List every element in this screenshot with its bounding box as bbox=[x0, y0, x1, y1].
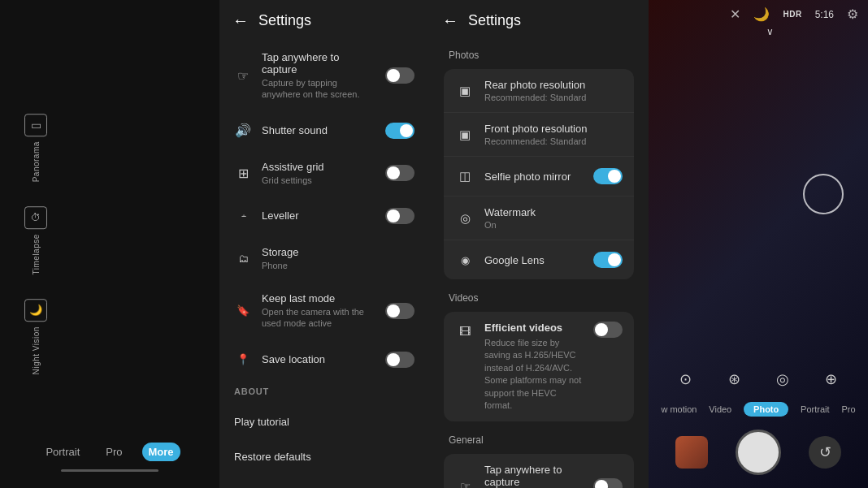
photo-mode[interactable]: Photo bbox=[744, 402, 788, 417]
play-tutorial-item[interactable]: Play tutorial bbox=[226, 404, 423, 439]
night-vision-mode[interactable]: 🌙 Night Vision bbox=[24, 299, 47, 374]
watermark-name: Watermark bbox=[484, 206, 623, 218]
pro-mode-btn[interactable]: Pro bbox=[99, 443, 128, 461]
panorama-label: Panorama bbox=[32, 141, 41, 182]
right-back-button[interactable]: ← bbox=[442, 11, 458, 30]
restore-defaults-text: Restore defaults bbox=[234, 451, 311, 463]
selfie-mirror-name: Selfie photo mirror bbox=[484, 171, 584, 183]
leveller-icon: -◦- bbox=[234, 207, 252, 225]
timer-icon[interactable]: ⊙ bbox=[673, 366, 699, 392]
left-camera-panel: ▭ Panorama ⏱ Timelapse 🌙 Night Vision Po… bbox=[0, 0, 219, 488]
more-controls-icon[interactable]: ⊕ bbox=[818, 366, 844, 392]
keep-last-name: Keep last mode bbox=[262, 292, 375, 304]
vertical-modes: ▭ Panorama ⏱ Timelapse 🌙 Night Vision bbox=[24, 114, 47, 375]
front-photo-res-item[interactable]: ▣ Front photo resolution Recommended: St… bbox=[444, 113, 634, 157]
right-settings-title: Settings bbox=[468, 12, 521, 29]
google-lens-item[interactable]: ◉ Google Lens bbox=[444, 240, 634, 279]
photos-card-group: ▣ Rear photo resolution Recommended: Sta… bbox=[444, 69, 634, 279]
keep-last-mode-setting[interactable]: 🔖 Keep last mode Open the camera with th… bbox=[226, 283, 423, 339]
selfie-mirror-toggle[interactable] bbox=[593, 168, 623, 184]
shutter-button[interactable] bbox=[736, 430, 781, 475]
rear-res-name: Rear photo resolution bbox=[484, 79, 623, 91]
back-button[interactable]: ← bbox=[232, 11, 249, 30]
leveller-name: Leveller bbox=[262, 209, 375, 222]
aspect-ratio-icon[interactable]: ⊛ bbox=[721, 366, 747, 392]
camera-mode-bar: w motion Video Photo Portrait Pro bbox=[649, 399, 868, 423]
google-lens-toggle[interactable] bbox=[593, 252, 623, 268]
shutter-toggle[interactable] bbox=[385, 123, 414, 139]
flash-off-icon[interactable]: ✕ bbox=[730, 6, 740, 22]
slow-motion-mode[interactable]: w motion bbox=[661, 404, 697, 414]
watermark-item[interactable]: ◎ Watermark On bbox=[444, 196, 634, 240]
settings-list: ☞ Tap anywhere to capture Capture by tap… bbox=[219, 41, 429, 488]
storage-icon: 🗂 bbox=[234, 250, 252, 268]
gallery-thumbnail[interactable] bbox=[675, 436, 708, 469]
play-tutorial-text: Play tutorial bbox=[234, 416, 289, 428]
general-label: General bbox=[436, 426, 642, 451]
efficient-desc: Reduce file size by saving as H.265/HEVC… bbox=[484, 337, 584, 412]
storage-sub: Phone bbox=[262, 260, 414, 271]
settings-icon[interactable]: ⚙ bbox=[847, 6, 858, 22]
about-label: ABOUT bbox=[234, 387, 414, 396]
tap-general-toggle[interactable] bbox=[593, 478, 623, 488]
restore-defaults-item[interactable]: Restore defaults bbox=[226, 439, 423, 474]
tap-anywhere-setting[interactable]: ☞ Tap anywhere to capture Capture by tap… bbox=[226, 41, 423, 110]
front-res-icon: ▣ bbox=[455, 125, 475, 145]
tap-general-name: Tap anywhere to capture bbox=[484, 464, 584, 488]
flip-icon: ↺ bbox=[819, 443, 831, 461]
save-location-setting[interactable]: 📍 Save location bbox=[226, 341, 423, 378]
video-mode[interactable]: Video bbox=[709, 404, 731, 414]
efficient-icon: 🎞 bbox=[455, 322, 475, 341]
bottom-mode-bar: Portrait Pro More bbox=[39, 443, 180, 461]
selfie-mirror-icon: ◫ bbox=[455, 166, 475, 186]
grid-icon: ⊞ bbox=[234, 164, 252, 182]
focus-ring bbox=[803, 174, 844, 214]
efficient-videos-card[interactable]: 🎞 Efficient videos Reduce file size by s… bbox=[444, 312, 634, 421]
tap-anywhere-toggle[interactable] bbox=[385, 67, 414, 84]
tap-capture-general-item[interactable]: ☞ Tap anywhere to capture Capture by tap… bbox=[444, 454, 634, 488]
efficient-name: Efficient videos bbox=[484, 322, 584, 334]
grid-sub: Grid settings bbox=[262, 175, 375, 186]
keep-last-toggle[interactable] bbox=[385, 303, 414, 319]
leveller-toggle[interactable] bbox=[385, 208, 414, 224]
rear-res-sub: Recommended: Standard bbox=[484, 93, 623, 102]
timelapse-mode[interactable]: ⏱ Timelapse bbox=[24, 206, 47, 274]
google-lens-name: Google Lens bbox=[484, 254, 584, 266]
hdr-badge[interactable]: HDR bbox=[783, 10, 801, 19]
keep-last-sub: Open the camera with the used mode activ… bbox=[262, 306, 375, 330]
watermark-sub: On bbox=[484, 220, 623, 230]
open-source-item[interactable]: Open source licences bbox=[226, 474, 423, 488]
assistive-grid-setting[interactable]: ⊞ Assistive grid Grid settings bbox=[226, 151, 423, 196]
night-mode-icon[interactable]: 🌙 bbox=[753, 6, 770, 22]
effect-icon[interactable]: ◎ bbox=[770, 366, 796, 392]
panorama-mode[interactable]: ▭ Panorama bbox=[24, 114, 47, 182]
front-res-name: Front photo resolution bbox=[484, 123, 623, 135]
save-location-toggle[interactable] bbox=[385, 352, 414, 368]
rear-photo-res-item[interactable]: ▣ Rear photo resolution Recommended: Sta… bbox=[444, 69, 634, 113]
tap-icon: ☞ bbox=[234, 67, 252, 84]
selfie-mirror-item[interactable]: ◫ Selfie photo mirror bbox=[444, 157, 634, 196]
timelapse-icon: ⏱ bbox=[24, 206, 47, 229]
portrait-mode-btn[interactable]: Portrait bbox=[39, 443, 86, 461]
tap-general-icon: ☞ bbox=[455, 477, 475, 488]
bottom-indicator-line bbox=[61, 469, 158, 472]
about-section: ABOUT bbox=[226, 380, 423, 404]
flip-camera-button[interactable]: ↺ bbox=[809, 436, 841, 469]
shutter-sound-setting[interactable]: 🔊 Shutter sound bbox=[226, 112, 423, 149]
more-mode-btn[interactable]: More bbox=[142, 443, 180, 461]
photos-label: Photos bbox=[436, 41, 642, 66]
efficient-toggle[interactable] bbox=[593, 322, 623, 338]
shutter-icon: 🔊 bbox=[234, 122, 252, 140]
settings-title: Settings bbox=[258, 12, 311, 29]
storage-setting[interactable]: 🗂 Storage Phone bbox=[226, 236, 423, 281]
storage-name: Storage bbox=[262, 246, 414, 258]
pro-mode[interactable]: Pro bbox=[841, 404, 855, 414]
right-settings-panel: ← Settings Photos ▣ Rear photo resolutio… bbox=[429, 0, 649, 488]
portrait-mode[interactable]: Portrait bbox=[801, 404, 829, 414]
leveller-setting[interactable]: -◦- Leveller bbox=[226, 197, 423, 235]
grid-name: Assistive grid bbox=[262, 161, 375, 173]
panorama-icon: ▭ bbox=[24, 114, 47, 136]
grid-toggle[interactable] bbox=[385, 165, 414, 181]
camera-controls-row: ⊙ ⊛ ◎ ⊕ bbox=[649, 360, 868, 399]
night-vision-icon: 🌙 bbox=[24, 299, 47, 322]
